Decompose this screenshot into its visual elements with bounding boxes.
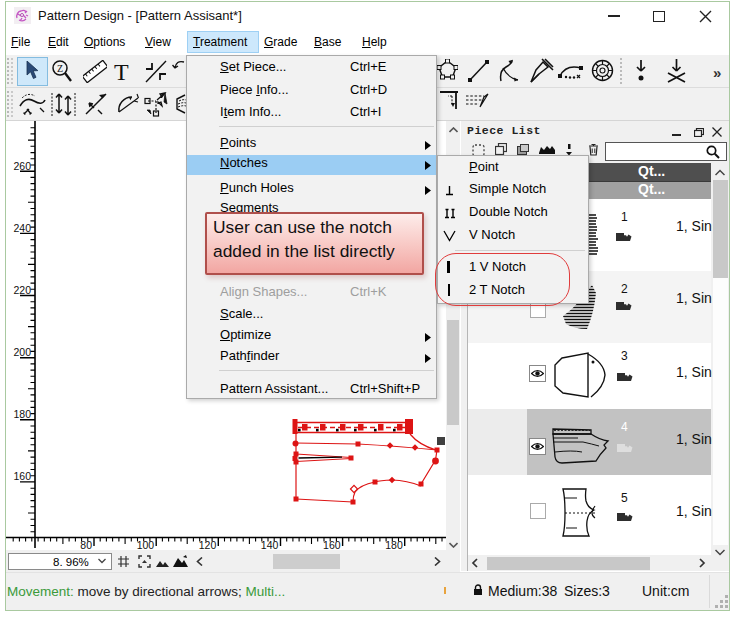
svg-text:160: 160 (13, 470, 31, 482)
svg-text:140: 140 (261, 539, 279, 550)
svg-text:240: 240 (13, 222, 31, 234)
svg-text:100: 100 (137, 539, 155, 550)
svg-text:120: 120 (199, 539, 217, 550)
svg-text:200: 200 (13, 346, 31, 358)
svg-text:Z: Z (57, 63, 63, 74)
svg-text:160: 160 (323, 539, 341, 550)
svg-text:260: 260 (13, 160, 31, 172)
svg-text:180: 180 (385, 539, 403, 550)
svg-text:180: 180 (13, 408, 31, 420)
svg-text:80: 80 (80, 539, 92, 550)
svg-text:220: 220 (13, 284, 31, 296)
